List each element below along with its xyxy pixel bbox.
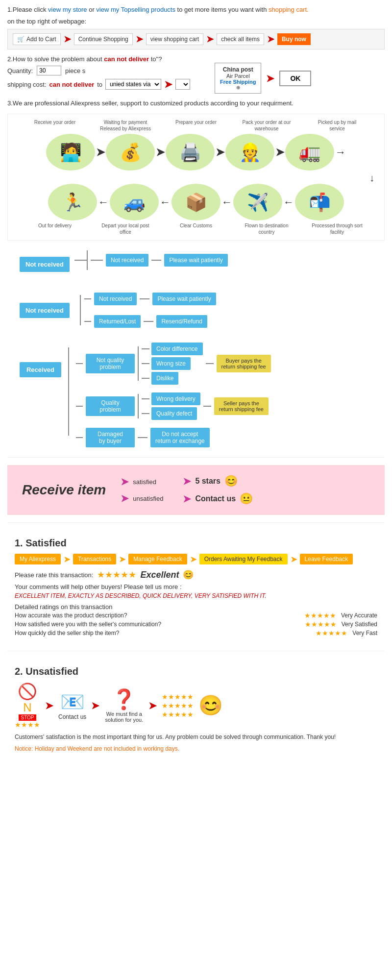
shipping-method-dropdown[interactable]	[175, 79, 190, 90]
section1-sub: on the top right of webpage:	[7, 17, 385, 26]
not-received-out-a: Please wait patiently	[152, 293, 216, 305]
section1-text: 1.Please click view my store or view my …	[7, 5, 385, 15]
proc-arrow-6: ←	[221, 196, 232, 209]
ok-button[interactable]: OK	[279, 71, 311, 86]
neutral-icon: 😐	[240, 492, 253, 505]
proc-label-7: Clear Customs	[169, 222, 223, 235]
arrow5-icon: ➤	[164, 78, 172, 90]
proc-icon-8: 🚙	[110, 184, 159, 220]
view-cart-btn[interactable]: view shopping cart	[146, 33, 203, 45]
proc-arrow-7: ←	[160, 196, 171, 209]
color-diff-box: Color difference	[151, 343, 203, 355]
contact-us-label2: Contact us	[58, 713, 86, 720]
proc-arrow-0: ➤	[96, 146, 105, 159]
rate-row: Please rate this transaction: ★★★★★ Exce…	[15, 569, 377, 580]
rating-label-2: Very Fast	[352, 630, 377, 637]
happy-smiley-icon: 😊	[198, 694, 223, 717]
view-store-link[interactable]: view my store	[48, 6, 87, 13]
cart-flow: 🛒 Add to Cart ➤ Continue Shopping ➤ view…	[7, 29, 385, 49]
proc-arrow-3: ➤	[275, 146, 284, 159]
buyer-pays-box: Buyer pays thereturn shipping fee	[217, 355, 271, 372]
rating-stars-0: ★★★★★	[304, 612, 336, 619]
proc-arrow-1: ➤	[156, 146, 165, 159]
quality-defect-box: Quality defect	[151, 407, 197, 420]
notice-orange: Notice: Holiday and Weekend are not incl…	[15, 745, 377, 752]
not-received-out-b: Resend/Refund	[156, 315, 207, 328]
fb-step-1: Transactions	[73, 554, 116, 564]
faded-stars-0: ★★★★	[15, 721, 40, 729]
proc-arrow-8: ←	[98, 196, 109, 209]
star1: ★★★★★	[97, 569, 136, 580]
find-solution-label: We must find a solution for you.	[104, 711, 144, 723]
check-items-btn[interactable]: check all items	[217, 33, 264, 45]
view-topselling-link[interactable]: view my Topselling products	[96, 6, 175, 13]
country-dropdown[interactable]: unied states via	[105, 79, 161, 90]
no-icon-group: 🚫 N STOP ★★★★	[15, 682, 40, 729]
contact-us-label: Contact us	[195, 494, 236, 503]
proc-icon-3: 👷	[225, 134, 274, 171]
arrow-unsatisfied: ➤	[121, 492, 129, 504]
comment-text: Your comments will help other buyers! Pl…	[15, 583, 377, 590]
satisfied-section: 1. Satisfied My Aliexpress ➤ Transaction…	[7, 528, 385, 646]
smiley-icon: 😊	[224, 475, 238, 488]
proc-icon-5: 📬	[295, 184, 344, 220]
no-sign-icon: 🚫	[18, 682, 37, 701]
fb-step-2: Manage Feedback	[128, 554, 187, 564]
proc-icon-0: 🧑‍💻	[46, 134, 95, 171]
email-icon-group: 📧 Contact us	[58, 690, 86, 720]
stop-icon: STOP	[19, 714, 36, 721]
not-received-main: Not received	[20, 257, 70, 272]
arrow-5stars: ➤	[183, 475, 191, 487]
damaged-box: Damagedby buyer	[86, 428, 135, 447]
proc-icon-1: 💰	[106, 134, 155, 171]
proc-icon-9: 🏃	[48, 184, 97, 220]
feedback-flow: My Aliexpress ➤ Transactions ➤ Manage Fe…	[15, 554, 377, 564]
rating-row-1: How satisfied were you with the seller's…	[15, 620, 377, 628]
unsat-flow: 🚫 N STOP ★★★★ ➤ 📧 Contact us ➤ ❓ We must…	[15, 682, 377, 729]
stars-row-0: ★★★★★	[162, 693, 194, 701]
proc-down-arrow: ↓	[13, 172, 374, 184]
fb-arrow-2: ➤	[190, 555, 196, 564]
add-to-cart-btn[interactable]: 🛒 Add to Cart	[13, 33, 61, 45]
proc-arrow-4: →	[335, 146, 346, 159]
rating-detail: Detailed ratings on this transaction How…	[15, 603, 377, 637]
unsat-arrow-2: ➤	[148, 700, 157, 711]
email-icon: 📧	[60, 690, 85, 713]
proc-icon-2: 🖨️	[166, 134, 215, 171]
section2: 2.How to solve the problem about can not…	[7, 55, 385, 94]
dislike-box: Dislike	[151, 372, 178, 385]
quality-prob-box: Qualityproblem	[86, 396, 135, 416]
proc-label-5: Processed through sort facility	[310, 222, 364, 235]
proc-label-9: Out for delivery	[28, 222, 82, 235]
arrow1-icon: ➤	[64, 34, 71, 45]
arrow2-icon: ➤	[136, 34, 143, 45]
stars-row-2: ★★★★★	[162, 710, 194, 718]
china-post-box: China post Air Parcel Free Shipping ⊕	[215, 63, 261, 94]
rating-q0: How accurate was the product description…	[15, 612, 299, 619]
fb-step-0: My Aliexpress	[15, 554, 61, 564]
wrong-delivery-box: Wrong delivery	[151, 392, 200, 405]
continue-shopping-btn[interactable]: Continue Shopping	[74, 33, 133, 45]
not-received-box: Not received	[20, 303, 70, 318]
arrow6-icon: ➤	[266, 73, 274, 84]
rating-label-0: Very Accurate	[341, 612, 377, 619]
proc-icon-7: 📦	[172, 184, 220, 220]
proc-label-2: Prepare your order	[169, 119, 223, 132]
stars-group: ★★★★★ ★★★★★ ★★★★★	[162, 693, 194, 718]
proc-arrow-5: ←	[283, 196, 294, 209]
proc-label-6: Flown to destination country	[240, 222, 294, 235]
rating-q1: How satisfied were you with the seller's…	[15, 621, 300, 628]
receive-item-section: Receive item ➤ satisfied ➤ unsatisfied ➤…	[7, 465, 385, 515]
rating-stars-1: ★★★★★	[305, 620, 337, 628]
cart-icon: 🛒	[17, 36, 24, 43]
unsatisfied-label: unsatisfied	[133, 495, 163, 502]
buy-now-btn[interactable]: Buy now	[277, 33, 311, 45]
shipping-process: Receive your order Waiting for payment R…	[7, 114, 385, 241]
qty-input[interactable]	[37, 66, 61, 75]
not-received-sub-a: Not received	[94, 293, 137, 305]
rating-row-2: How quickly did the seller ship the item…	[15, 629, 377, 637]
smiley-group: 😊	[198, 694, 223, 717]
not-received-outcome1: Please wait patiently	[164, 254, 227, 267]
fb-arrow-3: ➤	[291, 555, 297, 564]
fb-step-4: Leave Feedback	[300, 554, 353, 564]
